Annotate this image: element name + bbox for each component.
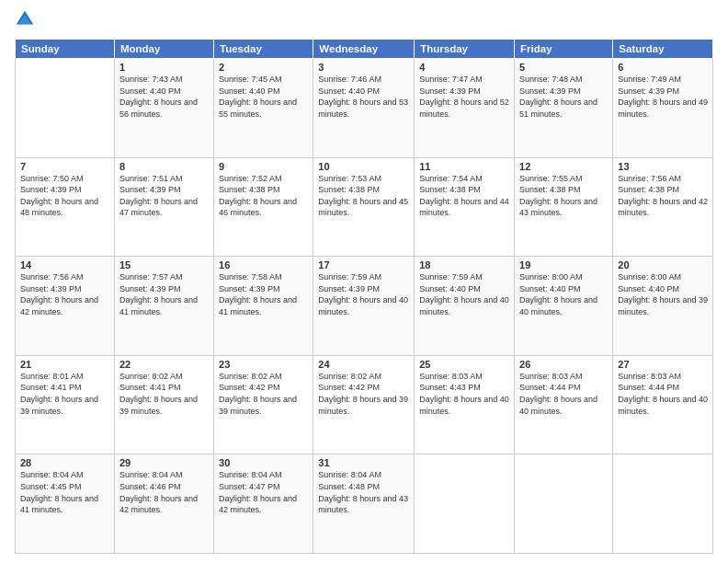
day-info: Sunrise: 7:48 AMSunset: 4:39 PMDaylight:… bbox=[519, 74, 608, 120]
day-cell: 24Sunrise: 8:02 AMSunset: 4:42 PMDayligh… bbox=[313, 355, 415, 454]
header-cell-wednesday: Wednesday bbox=[313, 40, 415, 59]
day-cell: 16Sunrise: 7:58 AMSunset: 4:39 PMDayligh… bbox=[214, 257, 313, 356]
day-number: 29 bbox=[119, 457, 209, 468]
logo bbox=[15, 13, 37, 29]
day-number: 6 bbox=[618, 62, 708, 73]
week-row-1: 7Sunrise: 7:50 AMSunset: 4:39 PMDaylight… bbox=[16, 157, 713, 257]
day-number: 23 bbox=[219, 359, 308, 370]
day-info: Sunrise: 8:03 AMSunset: 4:43 PMDaylight:… bbox=[419, 371, 509, 417]
day-info: Sunrise: 7:59 AMSunset: 4:40 PMDaylight:… bbox=[419, 271, 509, 317]
day-info: Sunrise: 7:43 AMSunset: 4:40 PMDaylight:… bbox=[119, 74, 209, 120]
day-info: Sunrise: 8:04 AMSunset: 4:45 PMDaylight:… bbox=[20, 469, 109, 515]
day-cell: 10Sunrise: 7:53 AMSunset: 4:38 PMDayligh… bbox=[313, 157, 415, 257]
day-info: Sunrise: 7:45 AMSunset: 4:40 PMDaylight:… bbox=[219, 74, 308, 120]
day-info: Sunrise: 8:03 AMSunset: 4:44 PMDaylight:… bbox=[618, 371, 708, 417]
day-cell: 8Sunrise: 7:51 AMSunset: 4:39 PMDaylight… bbox=[114, 157, 213, 257]
day-number: 11 bbox=[419, 161, 509, 172]
day-info: Sunrise: 7:54 AMSunset: 4:38 PMDaylight:… bbox=[419, 173, 509, 219]
header-cell-tuesday: Tuesday bbox=[214, 40, 313, 59]
day-cell: 27Sunrise: 8:03 AMSunset: 4:44 PMDayligh… bbox=[613, 355, 713, 454]
day-number: 10 bbox=[318, 161, 409, 172]
day-number: 26 bbox=[519, 359, 608, 370]
day-cell: 28Sunrise: 8:04 AMSunset: 4:45 PMDayligh… bbox=[16, 454, 115, 554]
day-info: Sunrise: 7:53 AMSunset: 4:38 PMDaylight:… bbox=[318, 173, 409, 219]
day-cell: 31Sunrise: 8:04 AMSunset: 4:48 PMDayligh… bbox=[313, 454, 415, 554]
day-number: 4 bbox=[419, 62, 509, 73]
header bbox=[15, 13, 713, 29]
day-cell: 2Sunrise: 7:45 AMSunset: 4:40 PMDaylight… bbox=[214, 59, 313, 158]
header-cell-monday: Monday bbox=[114, 40, 213, 59]
day-cell: 22Sunrise: 8:02 AMSunset: 4:41 PMDayligh… bbox=[114, 355, 213, 454]
header-cell-friday: Friday bbox=[515, 40, 613, 59]
day-cell: 12Sunrise: 7:55 AMSunset: 4:38 PMDayligh… bbox=[515, 157, 613, 257]
day-info: Sunrise: 7:47 AMSunset: 4:39 PMDaylight:… bbox=[419, 74, 509, 120]
header-cell-thursday: Thursday bbox=[415, 40, 515, 59]
day-cell bbox=[613, 454, 713, 554]
day-cell: 15Sunrise: 7:57 AMSunset: 4:39 PMDayligh… bbox=[114, 257, 213, 356]
day-info: Sunrise: 8:02 AMSunset: 4:42 PMDaylight:… bbox=[318, 371, 409, 417]
day-cell: 3Sunrise: 7:46 AMSunset: 4:40 PMDaylight… bbox=[313, 59, 415, 158]
day-info: Sunrise: 8:01 AMSunset: 4:41 PMDaylight:… bbox=[20, 371, 109, 417]
day-cell: 26Sunrise: 8:03 AMSunset: 4:44 PMDayligh… bbox=[515, 355, 613, 454]
day-cell: 29Sunrise: 8:04 AMSunset: 4:46 PMDayligh… bbox=[114, 454, 213, 554]
day-info: Sunrise: 7:57 AMSunset: 4:39 PMDaylight:… bbox=[119, 271, 209, 317]
day-info: Sunrise: 7:56 AMSunset: 4:38 PMDaylight:… bbox=[618, 173, 708, 219]
logo-icon bbox=[15, 9, 35, 29]
day-number: 8 bbox=[119, 161, 209, 172]
day-cell bbox=[515, 454, 613, 554]
day-number: 20 bbox=[618, 259, 708, 270]
day-number: 24 bbox=[318, 359, 409, 370]
day-info: Sunrise: 7:56 AMSunset: 4:39 PMDaylight:… bbox=[20, 271, 109, 317]
day-cell: 25Sunrise: 8:03 AMSunset: 4:43 PMDayligh… bbox=[415, 355, 515, 454]
day-cell: 4Sunrise: 7:47 AMSunset: 4:39 PMDaylight… bbox=[415, 59, 515, 158]
day-cell bbox=[415, 454, 515, 554]
header-cell-sunday: Sunday bbox=[16, 40, 115, 59]
day-info: Sunrise: 8:04 AMSunset: 4:48 PMDaylight:… bbox=[318, 469, 409, 515]
day-cell: 18Sunrise: 7:59 AMSunset: 4:40 PMDayligh… bbox=[415, 257, 515, 356]
day-info: Sunrise: 8:02 AMSunset: 4:41 PMDaylight:… bbox=[119, 371, 209, 417]
day-info: Sunrise: 7:55 AMSunset: 4:38 PMDaylight:… bbox=[519, 173, 608, 219]
day-number: 19 bbox=[519, 259, 608, 270]
day-info: Sunrise: 7:58 AMSunset: 4:39 PMDaylight:… bbox=[219, 271, 308, 317]
day-number: 27 bbox=[618, 359, 708, 370]
day-cell: 9Sunrise: 7:52 AMSunset: 4:38 PMDaylight… bbox=[214, 157, 313, 257]
day-number: 5 bbox=[519, 62, 608, 73]
day-cell: 17Sunrise: 7:59 AMSunset: 4:39 PMDayligh… bbox=[313, 257, 415, 356]
day-number: 2 bbox=[219, 62, 308, 73]
day-cell: 13Sunrise: 7:56 AMSunset: 4:38 PMDayligh… bbox=[613, 157, 713, 257]
calendar-body: 1Sunrise: 7:43 AMSunset: 4:40 PMDaylight… bbox=[16, 59, 713, 554]
week-row-2: 14Sunrise: 7:56 AMSunset: 4:39 PMDayligh… bbox=[16, 257, 713, 356]
day-info: Sunrise: 7:59 AMSunset: 4:39 PMDaylight:… bbox=[318, 271, 409, 317]
day-info: Sunrise: 8:03 AMSunset: 4:44 PMDaylight:… bbox=[519, 371, 608, 417]
day-number: 9 bbox=[219, 161, 308, 172]
page: SundayMondayTuesdayWednesdayThursdayFrid… bbox=[0, 0, 728, 563]
calendar-header: SundayMondayTuesdayWednesdayThursdayFrid… bbox=[16, 40, 713, 59]
day-info: Sunrise: 7:52 AMSunset: 4:38 PMDaylight:… bbox=[219, 173, 308, 219]
day-info: Sunrise: 8:00 AMSunset: 4:40 PMDaylight:… bbox=[519, 271, 608, 317]
day-cell: 21Sunrise: 8:01 AMSunset: 4:41 PMDayligh… bbox=[16, 355, 115, 454]
day-number: 25 bbox=[419, 359, 509, 370]
calendar: SundayMondayTuesdayWednesdayThursdayFrid… bbox=[15, 39, 713, 554]
day-number: 28 bbox=[20, 457, 109, 468]
day-info: Sunrise: 7:50 AMSunset: 4:39 PMDaylight:… bbox=[20, 173, 109, 219]
day-info: Sunrise: 7:51 AMSunset: 4:39 PMDaylight:… bbox=[119, 173, 209, 219]
day-number: 15 bbox=[119, 259, 209, 270]
day-info: Sunrise: 8:04 AMSunset: 4:47 PMDaylight:… bbox=[219, 469, 308, 515]
day-number: 14 bbox=[20, 259, 109, 270]
day-number: 12 bbox=[519, 161, 608, 172]
day-number: 1 bbox=[119, 62, 209, 73]
day-cell: 11Sunrise: 7:54 AMSunset: 4:38 PMDayligh… bbox=[415, 157, 515, 257]
day-number: 13 bbox=[618, 161, 708, 172]
day-cell: 23Sunrise: 8:02 AMSunset: 4:42 PMDayligh… bbox=[214, 355, 313, 454]
day-number: 31 bbox=[318, 457, 409, 468]
day-info: Sunrise: 8:02 AMSunset: 4:42 PMDaylight:… bbox=[219, 371, 308, 417]
day-cell: 7Sunrise: 7:50 AMSunset: 4:39 PMDaylight… bbox=[16, 157, 115, 257]
day-info: Sunrise: 7:49 AMSunset: 4:39 PMDaylight:… bbox=[618, 74, 708, 120]
day-cell: 6Sunrise: 7:49 AMSunset: 4:39 PMDaylight… bbox=[613, 59, 713, 158]
day-number: 18 bbox=[419, 259, 509, 270]
day-number: 7 bbox=[20, 161, 109, 172]
week-row-4: 28Sunrise: 8:04 AMSunset: 4:45 PMDayligh… bbox=[16, 454, 713, 554]
day-cell: 19Sunrise: 8:00 AMSunset: 4:40 PMDayligh… bbox=[515, 257, 613, 356]
day-info: Sunrise: 8:00 AMSunset: 4:40 PMDaylight:… bbox=[618, 271, 708, 317]
header-cell-saturday: Saturday bbox=[613, 40, 713, 59]
